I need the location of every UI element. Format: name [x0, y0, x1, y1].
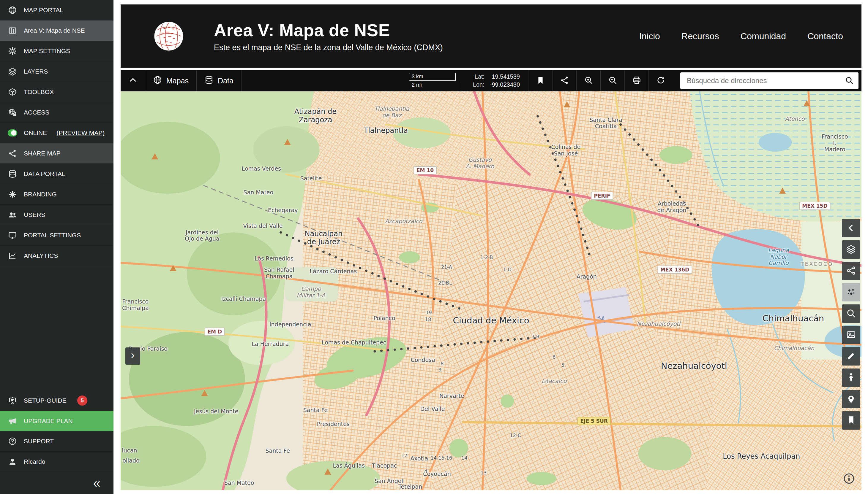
data-tab[interactable]: Data	[197, 70, 241, 91]
sidebar-item-analytics[interactable]: ANALYTICS	[0, 246, 113, 266]
sidebar-item-map-portal[interactable]: MAP PORTAL	[0, 0, 113, 20]
sidebar-item-setup-guide[interactable]: SETUP-GUIDE 5	[0, 391, 113, 411]
search-button[interactable]	[840, 72, 858, 89]
sidebar-item-data-portal[interactable]: DATA PORTAL	[0, 164, 113, 184]
map-label: Narvarte	[439, 393, 464, 399]
map-label: Axotla	[410, 455, 428, 462]
map-label: Polanco	[374, 315, 395, 322]
lat-label: Lat:	[473, 73, 485, 80]
top-nav: Inicio Recursos Comunidad Contacto	[639, 31, 843, 41]
map-label: Ciudad de México	[453, 316, 529, 325]
rail-layers-button[interactable]	[842, 240, 860, 259]
share-button[interactable]	[552, 70, 576, 91]
monitor-icon	[8, 230, 17, 240]
toolbox-icon	[8, 87, 17, 97]
share-icon	[560, 76, 569, 86]
database-icon	[8, 169, 17, 178]
sidebar-item-upgrade-plan[interactable]: UPGRADE PLAN	[0, 411, 113, 431]
sidebar-item-toolbox[interactable]: TOOLBOX	[0, 82, 113, 102]
mapas-tab-label: Mapas	[166, 77, 188, 85]
map-label: Atizapán de Zaragoza	[294, 108, 337, 124]
map-label: 1-D	[503, 267, 511, 272]
refresh-button[interactable]	[649, 70, 672, 91]
map-label: Tlalnepantla	[364, 127, 408, 135]
sidebar-item-portal-settings[interactable]: PORTAL SETTINGS	[0, 225, 113, 246]
sidebar-item-label: MAP SETTINGS	[24, 48, 70, 55]
map-labels: Tlalnepantla de BazAtizapán de ZaragozaT…	[121, 91, 862, 490]
sidebar-item-user-ricardo[interactable]: Ricardo	[0, 452, 113, 472]
rail-location-button[interactable]	[842, 390, 860, 408]
map-label: Los Reyes Acaquilpan	[723, 453, 800, 461]
image-icon	[846, 330, 856, 341]
map-label: Coyoacán	[423, 471, 451, 477]
zoom-out-button[interactable]	[600, 70, 625, 91]
board-icon	[8, 396, 17, 405]
rail-basemap-button[interactable]	[842, 326, 860, 344]
map-label: Lomas Verdes	[242, 166, 281, 172]
double-chevron-left-icon: «	[93, 476, 101, 491]
rail-network-button[interactable]	[842, 262, 860, 280]
map-canvas[interactable]: ✈	[121, 91, 862, 490]
sidebar-item-current-map[interactable]: Area V: Mapa de NSE	[0, 20, 113, 41]
nav-inicio[interactable]: Inicio	[639, 31, 660, 41]
sidebar-item-label: Ricardo	[24, 458, 45, 465]
bookmark-icon	[536, 76, 545, 86]
search-input[interactable]	[680, 77, 840, 85]
nodes-icon	[846, 266, 856, 277]
map-label: Atenco	[785, 116, 805, 122]
sidebar-item-users[interactable]: USERS	[0, 205, 113, 225]
preview-map-link[interactable]: (PREVIEW MAP)	[56, 129, 105, 136]
map-label: Los Remedios	[255, 256, 293, 262]
rail-streetview-button[interactable]	[842, 368, 860, 387]
sidebar-item-branding[interactable]: BRANDING	[0, 184, 113, 205]
print-button[interactable]	[625, 70, 649, 91]
info-button[interactable]	[842, 472, 856, 486]
nav-recursos[interactable]: Recursos	[682, 31, 719, 41]
chevron-left-icon	[846, 223, 856, 234]
share-icon	[8, 149, 17, 158]
toggle-on-icon	[8, 128, 17, 138]
road-badge: MEX 15D	[799, 202, 830, 210]
rail-cluster-button[interactable]	[842, 283, 860, 301]
map-label: Santa Fe	[303, 407, 328, 414]
zoom-in-button[interactable]	[576, 70, 600, 91]
sidebar-item-share-map[interactable]: SHARE MAP	[0, 143, 113, 164]
mapas-tab[interactable]: Mapas	[145, 70, 197, 91]
road-badge: PERIF	[591, 192, 613, 200]
search-icon	[845, 76, 854, 86]
coordinates-readout: Lat: 19.541539 Lon: -99.023430	[465, 73, 528, 88]
nav-comunidad[interactable]: Comunidad	[740, 31, 786, 41]
sidebar-item-access[interactable]: ACCESS	[0, 102, 113, 123]
info-icon	[843, 472, 855, 486]
lon-label: Lon:	[473, 81, 485, 88]
nav-contacto[interactable]: Contacto	[808, 31, 843, 41]
page-title: Area V: Mapa de NSE	[214, 20, 443, 40]
map-label: Arboledas de Aragón	[657, 201, 687, 214]
rail-zoom-button[interactable]	[842, 304, 860, 323]
users-icon	[8, 210, 17, 220]
rail-bookmark-button[interactable]	[842, 411, 860, 430]
print-icon	[632, 76, 641, 86]
main-content: Area V: Mapa de NSE Este es el mapa de N…	[113, 0, 868, 494]
sidebar-item-support[interactable]: SUPPORT	[0, 431, 113, 452]
sidebar-footer: SETUP-GUIDE 5 UPGRADE PLAN SUPPORT Rica	[0, 391, 113, 494]
map-label: Las Águilas	[333, 462, 364, 469]
map-label: Condesa	[411, 357, 435, 363]
map-label: ollado	[122, 457, 140, 464]
map-expand-button[interactable]: ›	[125, 347, 140, 365]
scale-mi: 2 mi	[409, 81, 459, 88]
map-label: 14	[461, 455, 467, 461]
rail-collapse-button[interactable]	[842, 219, 860, 238]
sidebar-item-layers[interactable]: LAYERS	[0, 61, 113, 82]
map-label: Francisco Chimalpa	[122, 299, 149, 312]
toolbar-collapse-button[interactable]	[121, 70, 145, 91]
sidebar-item-map-settings[interactable]: MAP SETTINGS	[0, 41, 113, 61]
map-label: Satelite	[300, 175, 322, 182]
bookmark-button[interactable]	[528, 70, 552, 91]
sidebar-item-online[interactable]: ONLINE (PREVIEW MAP)	[0, 123, 113, 143]
rail-draw-button[interactable]	[842, 347, 860, 365]
map-label: 8	[440, 361, 444, 366]
sidebar-collapse-button[interactable]: «	[0, 472, 113, 494]
map-label: Aragón	[577, 273, 597, 280]
user-icon	[8, 457, 17, 467]
